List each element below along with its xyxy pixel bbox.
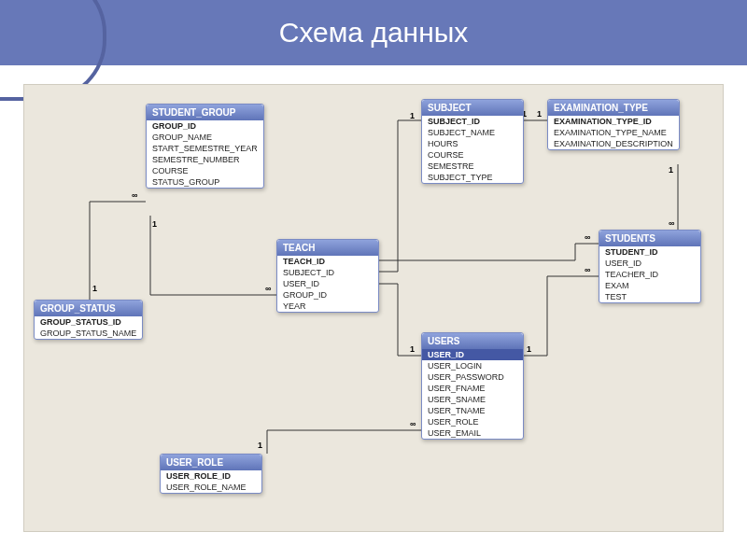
table-header: STUDENT_GROUP: [147, 105, 263, 120]
table-student-group[interactable]: STUDENT_GROUP GROUP_ID GROUP_NAME START_…: [146, 104, 264, 189]
table-header: USERS: [422, 333, 523, 349]
field[interactable]: USER_ID: [277, 278, 378, 289]
card-many: ∞: [265, 284, 271, 293]
field[interactable]: START_SEMESTRE_YEAR: [147, 143, 263, 154]
field[interactable]: EXAM: [599, 280, 700, 291]
field[interactable]: STATUS_GROUP: [147, 176, 263, 188]
card-one: 1: [537, 109, 542, 119]
field[interactable]: EXAMINATION_TYPE_NAME: [548, 127, 679, 138]
field[interactable]: USER_TNAME: [422, 405, 523, 416]
field[interactable]: USER_EMAIL: [422, 427, 523, 439]
field[interactable]: SUBJECT_ID: [422, 116, 523, 127]
table-group-status[interactable]: GROUP_STATUS GROUP_STATUS_ID GROUP_STATU…: [34, 300, 143, 340]
table-header: STUDENTS: [599, 231, 700, 246]
field[interactable]: GROUP_STATUS_NAME: [35, 328, 142, 339]
card-one: 1: [410, 111, 415, 120]
field-selected[interactable]: USER_ID: [422, 349, 523, 360]
field[interactable]: GROUP_ID: [277, 289, 378, 301]
field[interactable]: STUDENT_ID: [599, 246, 700, 258]
field[interactable]: YEAR: [277, 301, 378, 312]
table-students[interactable]: STUDENTS STUDENT_ID USER_ID TEACHER_ID E…: [599, 230, 701, 303]
card-many: ∞: [669, 218, 674, 228]
field[interactable]: USER_SNAME: [422, 394, 523, 405]
field[interactable]: USER_ROLE_NAME: [161, 482, 261, 493]
diagram-canvas: 1 ∞ 1 ∞ ∞ 1 ∞ 1 1 1 ∞ 1 1 ∞ 1 ∞ 1 ∞ STUD…: [23, 84, 724, 532]
field[interactable]: USER_ID: [599, 258, 700, 269]
title-text: Схема данных: [279, 17, 469, 49]
card-one: 1: [92, 284, 97, 293]
field[interactable]: USER_PASSWORD: [422, 371, 523, 383]
field[interactable]: USER_LOGIN: [422, 360, 523, 371]
field[interactable]: EXAMINATION_TYPE_ID: [548, 116, 679, 127]
field[interactable]: USER_ROLE: [422, 416, 523, 427]
field[interactable]: USER_ROLE_ID: [161, 470, 261, 482]
table-header: TEACH: [277, 240, 378, 256]
field[interactable]: HOURS: [422, 138, 523, 149]
card-many: ∞: [132, 190, 137, 200]
field[interactable]: GROUP_ID: [147, 120, 263, 132]
field[interactable]: GROUP_NAME: [147, 132, 263, 143]
field[interactable]: SEMESTRE_NUMBER: [147, 154, 263, 165]
table-user-role[interactable]: USER_ROLE USER_ROLE_ID USER_ROLE_NAME: [160, 454, 262, 494]
table-users[interactable]: USERS USER_ID USER_LOGIN USER_PASSWORD U…: [421, 332, 524, 440]
field[interactable]: SUBJECT_NAME: [422, 127, 523, 138]
card-many: ∞: [585, 265, 590, 274]
field[interactable]: COURSE: [147, 165, 263, 176]
card-many: ∞: [410, 419, 416, 428]
field[interactable]: SUBJECT_TYPE: [422, 172, 523, 183]
field[interactable]: TEST: [599, 291, 700, 302]
card-one: 1: [527, 344, 531, 354]
table-header: SUBJECT: [422, 100, 523, 116]
field[interactable]: USER_FNAME: [422, 383, 523, 394]
table-header: USER_ROLE: [161, 455, 261, 470]
table-teach[interactable]: TEACH TEACH_ID SUBJECT_ID USER_ID GROUP_…: [276, 239, 379, 313]
table-subject[interactable]: SUBJECT SUBJECT_ID SUBJECT_NAME HOURS CO…: [421, 99, 524, 184]
table-header: GROUP_STATUS: [35, 301, 142, 316]
card-many: ∞: [585, 232, 590, 242]
field[interactable]: COURSE: [422, 149, 523, 161]
page-title: Схема данных: [0, 0, 747, 65]
field[interactable]: SEMESTRE: [422, 161, 523, 172]
field[interactable]: EXAMINATION_DESCRIPTION: [548, 138, 679, 149]
field[interactable]: GROUP_STATUS_ID: [35, 316, 142, 328]
card-one: 1: [410, 344, 415, 354]
table-header: EXAMINATION_TYPE: [548, 100, 679, 116]
field[interactable]: TEACH_ID: [277, 256, 378, 267]
card-one: 1: [258, 441, 262, 450]
field[interactable]: TEACHER_ID: [599, 269, 700, 280]
card-one: 1: [152, 219, 157, 229]
card-one: 1: [669, 165, 673, 175]
table-examination-type[interactable]: EXAMINATION_TYPE EXAMINATION_TYPE_ID EXA…: [547, 99, 680, 150]
field[interactable]: SUBJECT_ID: [277, 267, 378, 278]
